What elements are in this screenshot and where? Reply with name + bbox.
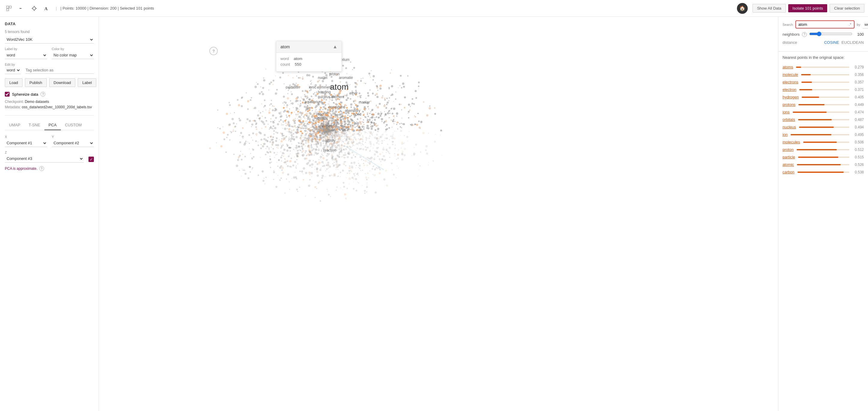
cosine-button[interactable]: COSINE (824, 40, 839, 45)
y-component-select[interactable]: Component #2 Component #1 Component #3 (52, 139, 94, 147)
clear-selection-button[interactable]: Clear selection (830, 4, 864, 12)
nearest-point-name[interactable]: nucleus (782, 125, 796, 129)
label-button[interactable]: Label (78, 78, 96, 87)
z-checkbox[interactable] (89, 156, 94, 162)
atom-card-close[interactable]: ▲ (333, 44, 337, 50)
nearest-point-item[interactable]: nucleus 0.494 (782, 123, 864, 131)
nearest-point-item[interactable]: carbon 0.538 (782, 168, 864, 176)
euclidean-button[interactable]: EUCLIDEAN (842, 40, 864, 45)
svg-point-1909 (386, 134, 388, 136)
svg-point-2333 (298, 142, 300, 144)
show-all-button[interactable]: Show All Data (752, 4, 786, 12)
nearest-point-name[interactable]: ion (782, 132, 787, 137)
tensor-select[interactable]: Word2Vec 10K (5, 36, 94, 43)
svg-point-2794 (320, 138, 322, 140)
nearest-point-item[interactable]: molecules 0.506 (782, 138, 864, 146)
nearest-point-name[interactable]: orbitals (782, 117, 795, 122)
text-icon[interactable]: A (41, 3, 52, 14)
svg-point-1460 (348, 121, 351, 123)
tab-umap[interactable]: UMAP (5, 120, 25, 130)
nearest-point-name[interactable]: electron (782, 87, 796, 92)
x-component-select[interactable]: Component #1 Component #2 Component #3 (5, 139, 47, 147)
nearest-point-name[interactable]: protons (782, 102, 796, 107)
sphereize-checkbox[interactable] (5, 92, 9, 97)
nearest-point-item[interactable]: orbitals 0.487 (782, 116, 864, 123)
nearest-point-item[interactable]: hydrogen 0.405 (782, 93, 864, 101)
nearest-point-name[interactable]: ions (782, 110, 790, 114)
svg-point-1284 (330, 196, 331, 197)
svg-point-464 (273, 106, 274, 107)
nearest-point-item[interactable]: ion 0.495 (782, 131, 864, 138)
svg-point-208 (251, 97, 252, 99)
by-select[interactable]: word (863, 21, 868, 29)
svg-point-975 (256, 135, 257, 136)
neighbors-help-icon[interactable]: ? (802, 32, 807, 37)
z-component-select[interactable]: Component #3 Component #1 Component #2 (5, 155, 84, 163)
nearest-point-name[interactable]: particle (782, 155, 795, 159)
svg-point-17 (340, 88, 341, 89)
svg-point-2576 (330, 134, 331, 135)
nearest-point-item[interactable]: atoms 0.279 (782, 63, 864, 71)
nearest-point-name[interactable]: atomic (782, 162, 794, 167)
nearest-point-bar-wrap (796, 67, 849, 68)
nearest-point-item[interactable]: atomic 0.526 (782, 161, 864, 168)
home-button[interactable]: 🏠 (737, 3, 748, 14)
neighbors-slider[interactable] (809, 31, 852, 36)
nearest-point-name[interactable]: molecule (782, 72, 798, 77)
nearest-point-name[interactable]: proton (782, 147, 794, 152)
svg-point-1644 (345, 67, 347, 69)
nearest-point-item[interactable]: electrons 0.357 (782, 78, 864, 86)
pca-help-icon[interactable]: ? (39, 166, 44, 171)
select-box-icon[interactable] (4, 3, 14, 14)
moon-icon[interactable] (29, 3, 39, 14)
tag-selection-input[interactable] (26, 67, 94, 74)
night-mode-icon[interactable] (16, 3, 27, 14)
nearest-point-item[interactable]: particle 0.515 (782, 153, 864, 161)
svg-point-2322 (335, 117, 336, 118)
svg-point-1907 (362, 135, 363, 137)
nearest-point-item[interactable]: electron 0.371 (782, 86, 864, 93)
nearest-point-name[interactable]: molecules (782, 140, 800, 144)
nearest-point-name[interactable]: atoms (782, 65, 793, 69)
nearest-point-item[interactable]: proton 0.512 (782, 146, 864, 153)
sphereize-help-icon[interactable]: ? (40, 92, 45, 97)
svg-point-2042 (274, 110, 276, 112)
nearest-point-item[interactable]: molecule 0.356 (782, 71, 864, 78)
svg-point-1799 (341, 108, 342, 109)
publish-button[interactable]: Publish (25, 78, 47, 87)
visualization-canvas[interactable]: ? ionsacidshydrogenheliumammoniamolecule… (99, 17, 778, 411)
tab-pca[interactable]: PCA (44, 120, 61, 130)
svg-point-2005 (417, 176, 418, 176)
tab-tsne[interactable]: T-SNE (25, 120, 44, 130)
color-by-select[interactable]: No color map (52, 51, 94, 59)
svg-point-1787 (351, 171, 352, 172)
edit-by-select[interactable]: word (5, 66, 21, 74)
nearest-point-item[interactable]: protons 0.449 (782, 101, 864, 108)
svg-point-2348 (324, 176, 325, 177)
svg-point-2022 (309, 151, 310, 153)
svg-point-2133 (277, 152, 278, 153)
search-regex[interactable]: .* (849, 22, 851, 27)
nearest-point-name[interactable]: hydrogen (782, 95, 799, 99)
svg-point-1956 (382, 95, 383, 97)
svg-point-3072 (311, 99, 313, 101)
svg-point-804 (329, 117, 330, 118)
svg-point-2320 (384, 138, 386, 139)
svg-point-1146 (362, 148, 364, 150)
svg-point-1520 (358, 182, 359, 184)
nearest-point-name[interactable]: carbon (782, 170, 795, 174)
label-by-select[interactable]: word (5, 51, 47, 59)
download-button[interactable]: Download (49, 78, 75, 87)
svg-point-2982 (310, 143, 311, 144)
load-button[interactable]: Load (5, 78, 23, 87)
svg-point-937 (275, 186, 277, 188)
tab-custom[interactable]: CUSTOM (61, 120, 86, 130)
nearest-point-item[interactable]: ions 0.474 (782, 108, 864, 116)
svg-point-1975 (354, 133, 355, 134)
nearest-point-name[interactable]: electrons (782, 80, 798, 84)
svg-point-926 (397, 166, 398, 167)
isolate-button[interactable]: Isolate 101 points (788, 4, 827, 12)
search-input[interactable] (798, 22, 849, 27)
svg-point-1056 (386, 120, 386, 121)
svg-point-1836 (381, 80, 383, 81)
